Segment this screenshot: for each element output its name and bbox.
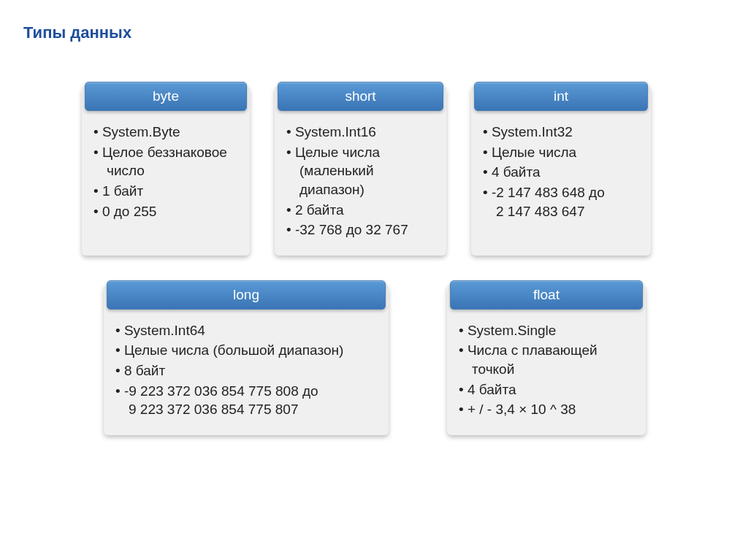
card-byte-header: byte bbox=[85, 82, 247, 111]
card-int: int System.Int32 Целые числа 4 байта -2 … bbox=[471, 86, 651, 256]
card-long-item-2: 8 байт bbox=[115, 361, 377, 380]
card-float-item-0: System.Single bbox=[459, 321, 634, 340]
card-long-body: System.Int64 Целые числа (большой диапаз… bbox=[104, 311, 389, 435]
card-float-body: System.Single Числа с плавающей точкой 4… bbox=[447, 311, 646, 435]
cards-container: byte System.Byte Целое беззнаковое число… bbox=[23, 86, 725, 435]
card-short: short System.Int16 Целые числа (маленьки… bbox=[275, 86, 446, 256]
card-int-item-3: -2 147 483 648 до 2 147 483 647 bbox=[483, 183, 639, 220]
card-int-body: System.Int32 Целые числа 4 байта -2 147 … bbox=[471, 112, 651, 237]
card-float-item-2: 4 байта bbox=[459, 380, 634, 399]
card-long-item-3: -9 223 372 036 854 775 808 до 9 223 372 … bbox=[115, 382, 377, 419]
card-float-item-1: Числа с плавающей точкой bbox=[459, 341, 634, 378]
card-long-item-1: Целые числа (большой диапазон) bbox=[115, 341, 377, 360]
card-float-item-3: + / - 3,4 × 10 ^ 38 bbox=[459, 400, 634, 419]
card-float: float System.Single Числа с плавающей то… bbox=[447, 285, 646, 435]
card-long-item-0: System.Int64 bbox=[115, 321, 377, 340]
card-byte-item-2: 1 байт bbox=[94, 182, 238, 201]
card-byte-item-0: System.Byte bbox=[94, 123, 238, 142]
card-long-header: long bbox=[107, 280, 386, 310]
row-1: byte System.Byte Целое беззнаковое число… bbox=[82, 86, 725, 256]
card-short-header: short bbox=[278, 82, 443, 111]
card-byte: byte System.Byte Целое беззнаковое число… bbox=[82, 86, 250, 256]
card-int-item-0: System.Int32 bbox=[483, 123, 639, 142]
card-short-body: System.Int16 Целые числа (маленький диап… bbox=[275, 112, 446, 256]
card-short-item-2: 2 байта bbox=[286, 201, 435, 220]
card-float-header: float bbox=[450, 280, 643, 310]
card-short-item-0: System.Int16 bbox=[286, 123, 435, 142]
card-short-item-1: Целые числа (маленький диапазон) bbox=[286, 143, 435, 199]
row-2: long System.Int64 Целые числа (большой д… bbox=[82, 285, 725, 435]
page-title: Типы данных bbox=[23, 23, 725, 42]
card-int-item-2: 4 байта bbox=[483, 163, 639, 182]
card-byte-item-3: 0 до 255 bbox=[94, 202, 238, 221]
card-int-header: int bbox=[474, 82, 648, 111]
card-byte-item-1: Целое беззнаковое число bbox=[94, 143, 238, 180]
card-short-item-3: -32 768 до 32 767 bbox=[286, 220, 435, 239]
card-long: long System.Int64 Целые числа (большой д… bbox=[104, 285, 389, 435]
card-byte-body: System.Byte Целое беззнаковое число 1 ба… bbox=[82, 112, 250, 237]
card-int-item-1: Целые числа bbox=[483, 143, 639, 162]
